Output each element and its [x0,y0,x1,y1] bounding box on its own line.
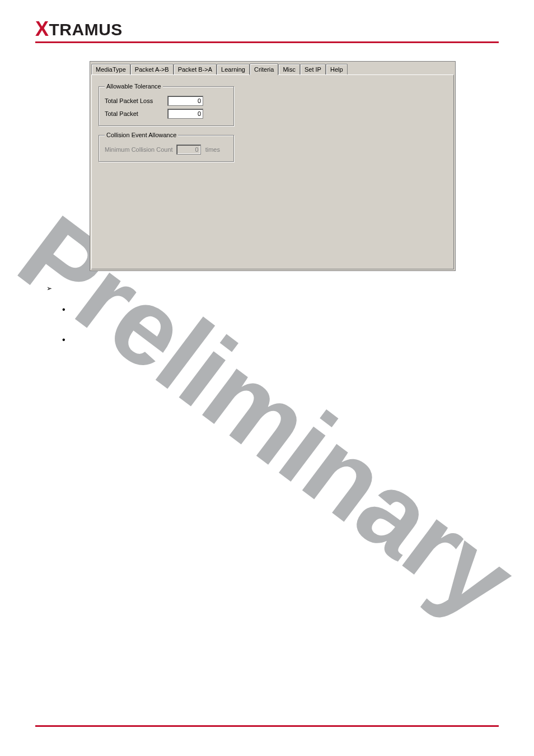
tab-misc[interactable]: Misc [278,64,300,74]
tab-help[interactable]: Help [326,64,348,74]
group-allowable-tolerance-legend: Allowable Tolerance [105,83,163,90]
tab-set-ip[interactable]: Set IP [300,64,326,74]
brand-logo: XTRAMUS [35,20,123,39]
dot-bullet-2-icon: • [62,337,65,343]
label-min-collision-count: Minimum Collision Count [105,146,173,153]
input-min-collision-count [176,144,201,155]
tab-criteria[interactable]: Criteria [250,63,278,75]
dot-bullet-1-icon: • [62,307,65,312]
brand-logo-x: X [35,17,49,40]
tab-packet-a-b[interactable]: Packet A->B [130,64,174,74]
body-bullets: ➢ • • [46,284,65,367]
group-collision-event-allowance: Collision Event Allowance Minimum Collis… [99,132,234,162]
footer-divider [35,725,499,727]
group-allowable-tolerance: Allowable Tolerance Total Packet Loss To… [99,83,234,126]
row-total-packet-loss: Total Packet Loss [105,96,228,106]
group-collision-legend: Collision Event Allowance [105,132,178,138]
input-total-packet[interactable] [167,109,203,119]
header: XTRAMUS [0,0,534,40]
brand-logo-text: TRAMUS [49,20,123,39]
tab-learning[interactable]: Learning [217,64,250,74]
arrow-bullet-icon: ➢ [46,284,65,292]
tab-page-criteria: Allowable Tolerance Total Packet Loss To… [91,74,454,269]
label-total-packet: Total Packet [105,110,164,117]
header-divider [35,41,499,43]
row-total-packet: Total Packet [105,109,228,119]
tab-mediatype[interactable]: MediaType [91,64,130,74]
label-unit-times: times [205,146,220,153]
input-total-packet-loss[interactable] [167,96,203,106]
tabstrip: MediaType Packet A->B Packet B->A Learni… [90,62,455,74]
label-total-packet-loss: Total Packet Loss [105,97,164,104]
tab-packet-b-a[interactable]: Packet B->A [174,64,217,74]
row-min-collision: Minimum Collision Count times [105,144,228,155]
tab-dialog: MediaType Packet A->B Packet B->A Learni… [90,61,456,271]
